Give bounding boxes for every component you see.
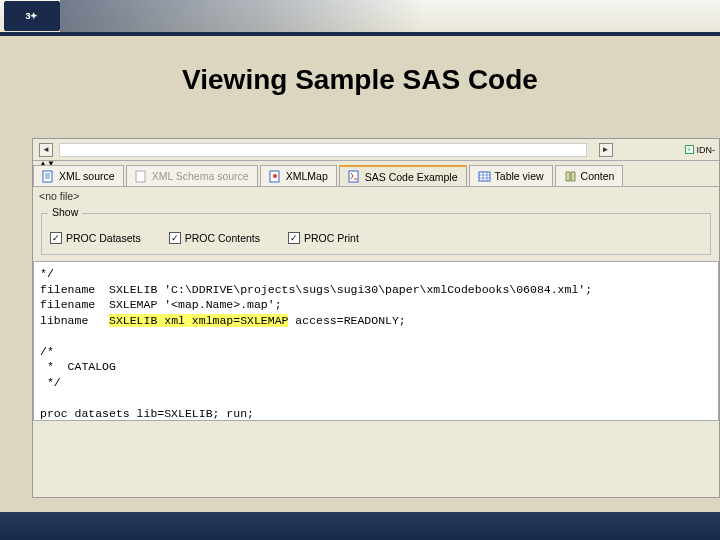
checkbox-proc-print[interactable]: ✓ PROC Print xyxy=(288,232,359,244)
tab-bar: XML source XML Schema source XMLMap SAS … xyxy=(33,165,719,187)
path-field[interactable] xyxy=(59,143,587,157)
tab-label: XML source xyxy=(59,170,115,182)
footer-bar xyxy=(0,512,720,540)
checkbox-label: PROC Print xyxy=(304,232,359,244)
upper-toolbar: ◄ ► +IDN- xyxy=(33,139,719,161)
show-group: Show ✓ PROC Datasets ✓ PROC Contents ✓ P… xyxy=(41,213,711,255)
code-line: */ xyxy=(40,376,61,389)
code-line: filename SXLELIB 'C:\DDRIVE\projects\sug… xyxy=(40,283,592,296)
tab-label: XMLMap xyxy=(286,170,328,182)
tab-label: XML Schema source xyxy=(152,170,249,182)
header-bar: 3✦ xyxy=(0,0,720,36)
tab-label: Conten xyxy=(581,170,615,182)
checkbox-proc-contents[interactable]: ✓ PROC Contents xyxy=(169,232,260,244)
schema-doc-icon xyxy=(135,170,148,183)
table-icon xyxy=(478,170,491,183)
tab-label: Table view xyxy=(495,170,544,182)
checkbox-label: PROC Datasets xyxy=(66,232,141,244)
map-doc-icon xyxy=(269,170,282,183)
page-title: Viewing Sample SAS Code xyxy=(0,64,720,96)
code-line: * CATALOG xyxy=(40,360,116,373)
tab-xml-schema-source[interactable]: XML Schema source xyxy=(126,165,258,186)
code-line: libname SXLELIB xml xmlmap=SXLEMAP acces… xyxy=(40,314,406,327)
code-line: proc datasets lib=SXLELIB; run; xyxy=(40,407,254,420)
tab-contents[interactable]: Conten xyxy=(555,165,624,186)
app-window: ◄ ► +IDN- ▲▼ XML source XML Schema sourc… xyxy=(32,138,720,498)
logo: 3✦ xyxy=(4,1,60,31)
checkbox-proc-datasets[interactable]: ✓ PROC Datasets xyxy=(50,232,141,244)
tab-table-view[interactable]: Table view xyxy=(469,165,553,186)
code-line: */ xyxy=(40,267,54,280)
tab-xml-source[interactable]: XML source xyxy=(33,165,124,186)
svg-rect-4 xyxy=(349,171,358,182)
checkbox-icon: ✓ xyxy=(50,232,62,244)
svg-rect-5 xyxy=(479,172,490,181)
svg-point-3 xyxy=(273,174,277,178)
file-status: <no file> xyxy=(33,187,719,205)
tree-node-label: IDN- xyxy=(697,145,716,155)
checkbox-label: PROC Contents xyxy=(185,232,260,244)
checkbox-icon: ✓ xyxy=(169,232,181,244)
sas-code-icon xyxy=(348,170,361,183)
book-icon xyxy=(564,170,577,183)
tab-label: SAS Code Example xyxy=(365,171,458,183)
svg-rect-1 xyxy=(136,171,145,182)
xml-doc-icon xyxy=(42,170,55,183)
show-legend: Show xyxy=(48,206,82,218)
highlighted-code: SXLELIB xml xmlmap=SXLEMAP xyxy=(109,314,288,327)
code-viewer[interactable]: */ filename SXLELIB 'C:\DDRIVE\projects\… xyxy=(33,261,719,421)
svg-rect-0 xyxy=(43,171,52,182)
nav-left-icon[interactable]: ◄ xyxy=(39,143,53,157)
nav-right-icon[interactable]: ► xyxy=(599,143,613,157)
tab-sas-code-example[interactable]: SAS Code Example xyxy=(339,165,467,186)
tree-node-icon: + xyxy=(685,145,694,154)
code-line: filename SXLEMAP '<map.Name>.map'; xyxy=(40,298,282,311)
checkbox-icon: ✓ xyxy=(288,232,300,244)
tab-xmlmap[interactable]: XMLMap xyxy=(260,165,337,186)
side-tree-fragment: +IDN- xyxy=(685,145,720,155)
code-line: /* xyxy=(40,345,54,358)
